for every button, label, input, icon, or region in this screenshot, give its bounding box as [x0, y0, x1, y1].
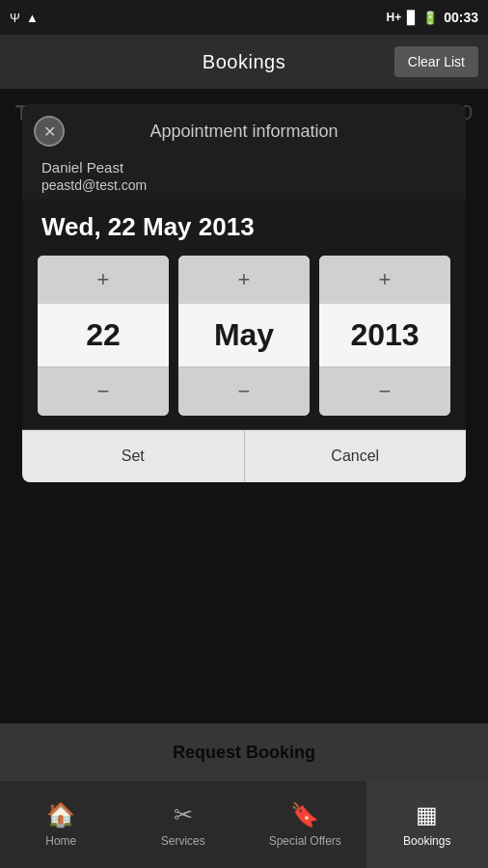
status-right-icons: H+ ▊ 🔋 00:33: [387, 10, 479, 25]
nav-item-bookings[interactable]: ▦ Bookings: [366, 781, 489, 868]
wifi-icon: ▲: [26, 11, 39, 25]
month-decrement-button[interactable]: −: [178, 366, 310, 416]
nav-label-special-offers: Special Offers: [269, 834, 341, 848]
signal-icon: ▊: [407, 11, 417, 25]
status-bar: Ψ ▲ H+ ▊ 🔋 00:33: [0, 0, 488, 35]
nav-item-special-offers[interactable]: 🔖 Special Offers: [244, 781, 366, 868]
hplus-icon: H+: [387, 11, 402, 24]
time-display: 00:33: [444, 10, 478, 25]
month-increment-button[interactable]: +: [178, 256, 310, 304]
bottom-nav: 🏠 Home ✂ Services 🔖 Special Offers ▦ Boo…: [0, 781, 488, 868]
bookings-icon: ▦: [416, 801, 438, 828]
day-value: 22: [38, 304, 169, 366]
usb-icon: Ψ: [10, 11, 20, 25]
dialog-close-button[interactable]: ✕: [34, 116, 65, 147]
day-increment-button[interactable]: +: [38, 256, 169, 304]
top-bar: Bookings Clear List: [0, 35, 488, 89]
battery-icon: 🔋: [422, 11, 438, 25]
dialog-overlay: ✕ Appointment information Daniel Peast p…: [0, 89, 488, 781]
dialog-user-name: Daniel Peast: [41, 159, 447, 176]
month-value: May: [178, 304, 310, 366]
cancel-button[interactable]: Cancel: [245, 430, 467, 482]
set-button[interactable]: Set: [22, 430, 245, 482]
appointment-dialog: ✕ Appointment information Daniel Peast p…: [22, 104, 466, 482]
clear-list-button[interactable]: Clear List: [394, 46, 478, 77]
year-increment-button[interactable]: +: [319, 256, 450, 304]
month-column: + May −: [178, 256, 310, 416]
main-content: T 0 Request Booking ✕ Appointment inform…: [0, 89, 488, 781]
date-display: Wed, 22 May 2013: [38, 212, 450, 242]
nav-label-bookings: Bookings: [403, 834, 450, 848]
special-offers-icon: 🔖: [290, 801, 319, 828]
year-value: 2013: [319, 304, 450, 366]
year-decrement-button[interactable]: −: [319, 366, 450, 416]
nav-item-services[interactable]: ✂ Services: [122, 781, 245, 868]
date-picker: Wed, 22 May 2013 + 22 − + May −: [22, 199, 466, 429]
dialog-user-email: peastd@test.com: [41, 177, 447, 193]
dialog-actions: Set Cancel: [22, 429, 466, 482]
day-decrement-button[interactable]: −: [38, 366, 169, 416]
services-icon: ✂: [174, 801, 193, 828]
date-columns: + 22 − + May − + 2013 −: [38, 256, 450, 416]
status-left-icons: Ψ ▲: [10, 11, 39, 25]
year-column: + 2013 −: [319, 256, 450, 416]
dialog-title: Appointment information: [22, 104, 466, 151]
page-title: Bookings: [203, 51, 285, 73]
dialog-user-info: Daniel Peast peastd@test.com: [22, 151, 466, 199]
nav-label-home: Home: [45, 834, 76, 848]
day-column: + 22 −: [38, 256, 169, 416]
home-icon: 🏠: [46, 801, 75, 828]
nav-item-home[interactable]: 🏠 Home: [0, 781, 122, 868]
nav-label-services: Services: [161, 834, 205, 848]
